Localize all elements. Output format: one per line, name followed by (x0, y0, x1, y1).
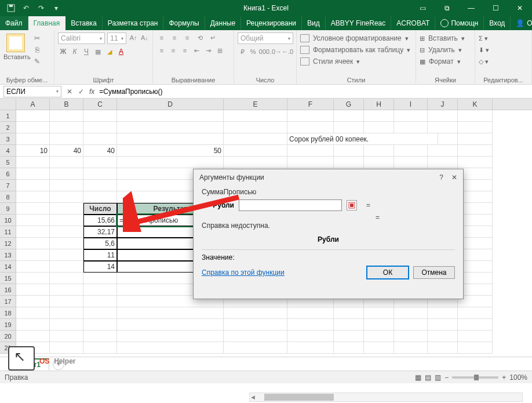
cell[interactable] (224, 145, 287, 157)
cell[interactable] (334, 331, 364, 342)
tab-acrobat[interactable]: ACROBAT (391, 16, 435, 30)
align-left-icon[interactable]: ≡ (156, 45, 167, 56)
cell[interactable] (287, 342, 334, 354)
tab-insert[interactable]: Вставка (65, 16, 103, 30)
row-header[interactable]: 20 (0, 331, 16, 342)
cell[interactable]: Сорок рублей 00 копеек. (287, 133, 438, 145)
row-header[interactable]: 9 (0, 203, 16, 215)
cell[interactable] (83, 133, 117, 145)
font-color-button[interactable]: A (116, 46, 126, 57)
align-middle-icon[interactable]: ≡ (169, 32, 180, 43)
cell[interactable] (50, 261, 83, 273)
cut-icon[interactable]: ✂ (31, 34, 43, 43)
cell[interactable] (117, 122, 224, 133)
row-header[interactable]: 14 (0, 261, 16, 273)
cell[interactable] (364, 331, 394, 342)
cell[interactable] (117, 331, 224, 342)
tab-layout[interactable]: Разметка стран (103, 16, 164, 30)
tab-view[interactable]: Вид (302, 16, 326, 30)
cell[interactable] (117, 157, 224, 168)
cell[interactable] (50, 203, 83, 215)
cell[interactable] (458, 319, 493, 331)
clear-button[interactable]: ◇ ▾ (479, 56, 528, 67)
cell[interactable] (83, 191, 117, 203)
cell[interactable] (83, 284, 117, 296)
format-painter-icon[interactable]: ✎ (31, 57, 43, 66)
view-break-icon[interactable]: ▥ (435, 373, 441, 382)
cell[interactable] (16, 157, 50, 168)
accept-formula-icon[interactable]: ✓ (75, 86, 87, 97)
cell[interactable] (428, 122, 458, 133)
cell[interactable] (458, 157, 493, 168)
cancel-formula-icon[interactable]: ✕ (64, 86, 75, 97)
cell[interactable] (50, 110, 83, 122)
cell[interactable] (458, 342, 493, 354)
row-header[interactable]: 17 (0, 296, 16, 307)
row-header[interactable]: 2 (0, 122, 16, 133)
decrease-font-icon[interactable]: A↓ (140, 32, 149, 43)
cell[interactable] (287, 307, 334, 319)
tab-help[interactable]: Помощн (435, 16, 484, 30)
tab-review[interactable]: Рецензировани (241, 16, 302, 30)
tab-home[interactable]: Главная (28, 16, 66, 30)
format-cells-button[interactable]: ▦ Формат ▾ (420, 56, 471, 67)
format-table-button[interactable]: Форматировать как таблицу ▾ (300, 44, 412, 56)
cell[interactable]: Число (83, 203, 117, 215)
underline-button[interactable]: Ч (81, 46, 92, 57)
cell[interactable] (16, 249, 50, 261)
ok-button[interactable]: ОК (367, 266, 409, 279)
cell[interactable] (16, 331, 50, 342)
col-header[interactable]: E (224, 99, 287, 110)
cell[interactable] (16, 307, 50, 319)
cell[interactable] (16, 284, 50, 296)
col-header[interactable]: B (50, 99, 83, 110)
increase-font-icon[interactable]: A↑ (129, 32, 137, 43)
help-link-icon[interactable]: ⧉ (435, 0, 459, 16)
row-header[interactable]: 11 (0, 226, 16, 238)
formula-input[interactable]: =СуммаПрописью() (97, 88, 532, 96)
zoom-slider[interactable] (452, 376, 498, 379)
cell[interactable] (364, 110, 394, 122)
cell[interactable] (428, 331, 458, 342)
cell[interactable] (224, 157, 287, 168)
cell[interactable] (50, 226, 83, 238)
col-header[interactable]: I (394, 99, 428, 110)
cell[interactable] (394, 342, 428, 354)
cell[interactable] (16, 238, 50, 249)
cell[interactable] (50, 273, 83, 284)
fx-icon[interactable]: fx (89, 88, 94, 96)
cell[interactable] (117, 110, 224, 122)
align-right-icon[interactable]: ≡ (180, 45, 190, 56)
comma-icon[interactable]: 000 (259, 46, 269, 57)
cell[interactable] (16, 319, 50, 331)
col-header[interactable]: F (287, 99, 334, 110)
currency-icon[interactable]: ₽ (238, 46, 247, 57)
qat-dropdown-icon[interactable]: ▾ (50, 2, 63, 14)
zoom-out-button[interactable]: − (444, 373, 449, 382)
cell[interactable] (83, 180, 117, 191)
cell[interactable] (16, 122, 50, 133)
delete-cells-button[interactable]: ⊟ Удалить ▾ (420, 44, 471, 56)
cell[interactable] (334, 342, 364, 354)
font-name-combo[interactable]: Calibri▾ (58, 32, 105, 44)
cell[interactable] (50, 215, 83, 226)
tab-file[interactable]: Файл (0, 16, 28, 30)
cell[interactable] (16, 168, 50, 180)
cell[interactable] (287, 122, 334, 133)
view-normal-icon[interactable]: ▦ (415, 373, 421, 382)
cell[interactable] (224, 331, 287, 342)
cell[interactable] (83, 168, 117, 180)
cell[interactable] (117, 342, 224, 354)
redo-icon[interactable]: ↷ (35, 2, 48, 14)
cell[interactable]: 14 (83, 261, 117, 273)
cell[interactable] (334, 307, 364, 319)
cell[interactable] (16, 191, 50, 203)
col-header[interactable]: H (364, 99, 394, 110)
cell[interactable] (224, 133, 287, 145)
cell[interactable] (287, 331, 334, 342)
cell[interactable] (50, 319, 83, 331)
cell[interactable] (458, 110, 493, 122)
cell[interactable] (287, 319, 334, 331)
cell[interactable] (287, 157, 334, 168)
cell[interactable] (83, 296, 117, 307)
